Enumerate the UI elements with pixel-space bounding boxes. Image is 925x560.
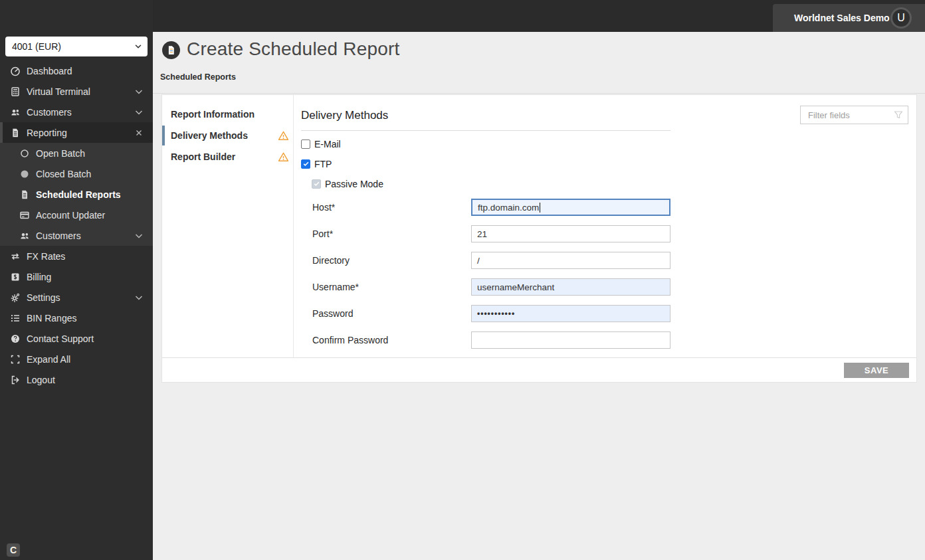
cookie-logo[interactable]: C [7, 543, 20, 557]
sidebar-item-label: Customers [27, 107, 134, 118]
sidebar-item-customers[interactable]: Customers [0, 102, 153, 122]
sidebar: 4001 (EUR) DashboardVirtual TerminalCust… [0, 0, 153, 560]
sidebar-item-dashboard[interactable]: Dashboard [0, 60, 153, 81]
sidebar-item-label: Open Batch [36, 148, 153, 159]
filter-fields-box[interactable] [800, 106, 908, 124]
port-input[interactable]: 21 [471, 225, 670, 242]
bin-ranges-icon [10, 313, 21, 324]
report-step-label: Report Information [171, 109, 255, 120]
contact-support-icon [10, 333, 21, 344]
host-value: ftp.domain.com [478, 203, 539, 213]
customers-icon [10, 107, 21, 118]
port-label: Port* [301, 229, 471, 239]
report-page-icon [162, 41, 180, 59]
section-title: Delivery Methods [301, 106, 388, 122]
sidebar-item-expand-all[interactable]: Expand All [0, 349, 153, 369]
sidebar-item-label: Dashboard [27, 66, 153, 76]
delivery-method-options: E-MailFTPPassive Mode [301, 134, 908, 194]
sidebar-item-label: Billing [27, 272, 153, 282]
sidebar-item-logout[interactable]: Logout [0, 369, 153, 390]
text-caret [540, 203, 540, 213]
report-step-report-information[interactable]: Report Information [162, 104, 293, 125]
sidebar-item-fx-rates[interactable]: FX Rates [0, 246, 153, 266]
chevron-down-icon[interactable] [134, 86, 144, 97]
report-step-label: Delivery Methods [171, 130, 248, 141]
sidebar-item-label: Reporting [27, 128, 134, 138]
field-row-password: Password••••••••••• [301, 300, 908, 327]
scheduled-report-panel: Report InformationDelivery MethodsReport… [161, 94, 917, 383]
close-icon[interactable] [134, 128, 144, 138]
panel-footer: SAVE [162, 358, 916, 382]
fx-rates-icon [10, 251, 21, 262]
header-divider [153, 93, 925, 94]
ftp-checkbox[interactable] [301, 159, 310, 169]
directory-input[interactable]: / [471, 252, 670, 269]
field-row-confirm-password: Confirm Password [301, 327, 908, 353]
username-label: Username* [301, 282, 471, 292]
warning-icon [278, 151, 289, 163]
sidebar-item-customers[interactable]: Customers [0, 225, 153, 246]
host-input[interactable]: ftp.domain.com [471, 199, 670, 216]
sidebar-item-scheduled-reports[interactable]: Scheduled Reports [0, 184, 153, 205]
passive-mode-checkbox-label: Passive Mode [325, 179, 383, 189]
sidebar-item-label: Virtual Terminal [27, 86, 134, 97]
chevron-down-icon[interactable] [134, 292, 144, 303]
password-value: ••••••••••• [477, 309, 515, 318]
expand-all-icon [10, 354, 21, 365]
e-mail-checkbox[interactable] [301, 140, 310, 149]
terminal-select[interactable]: 4001 (EUR) [5, 37, 148, 56]
dashboard-icon [10, 66, 21, 76]
username-input[interactable]: usernameMerchant [471, 278, 670, 296]
sidebar-item-bin-ranges[interactable]: BIN Ranges [0, 308, 153, 328]
confirm-password-input[interactable] [471, 331, 670, 349]
username-value: usernameMerchant [477, 282, 554, 292]
sidebar-item-account-updater[interactable]: Account Updater [0, 205, 153, 225]
sidebar-item-label: FX Rates [27, 251, 153, 262]
report-step-report-builder[interactable]: Report Builder [162, 146, 293, 167]
customers-icon [19, 231, 30, 241]
sidebar-item-closed-batch[interactable]: Closed Batch [0, 163, 153, 184]
avatar[interactable]: U [890, 7, 912, 29]
breadcrumb[interactable]: Scheduled Reports [160, 72, 236, 82]
report-step-label: Report Builder [171, 151, 235, 162]
merchant-name: Worldnet Sales Demo [794, 13, 890, 23]
sidebar-item-contact-support[interactable]: Contact Support [0, 328, 153, 349]
password-input[interactable]: ••••••••••• [471, 305, 670, 322]
closed-batch-icon [19, 169, 30, 179]
user-menu[interactable]: Worldnet Sales Demo U [773, 4, 925, 32]
field-row-port: Port*21 [301, 221, 908, 247]
e-mail-checkbox-label: E-Mail [314, 139, 341, 149]
chevron-down-icon[interactable] [134, 231, 144, 241]
sidebar-item-label: BIN Ranges [27, 313, 153, 324]
section-divider [301, 130, 670, 131]
sidebar-item-label: Contact Support [27, 333, 153, 344]
sidebar-item-virtual-terminal[interactable]: Virtual Terminal [0, 81, 153, 102]
sidebar-item-label: Closed Batch [36, 169, 153, 179]
host-label: Host* [301, 202, 471, 213]
chevron-down-icon[interactable] [134, 107, 144, 118]
sidebar-item-label: Account Updater [36, 210, 153, 221]
directory-value: / [477, 256, 480, 266]
sidebar-item-open-batch[interactable]: Open Batch [0, 143, 153, 163]
page-title: Create Scheduled Report [187, 39, 400, 60]
content-area: Create Scheduled Report Scheduled Report… [153, 32, 925, 560]
settings-icon [10, 292, 21, 303]
report-steps-nav: Report InformationDelivery MethodsReport… [162, 95, 294, 357]
sidebar-item-label: Settings [27, 292, 134, 303]
sidebar-item-reporting[interactable]: Reporting [0, 122, 153, 143]
save-button[interactable]: SAVE [844, 363, 909, 378]
sidebar-item-billing[interactable]: Billing [0, 266, 153, 287]
field-row-host: Host*ftp.domain.com [301, 194, 908, 221]
report-step-delivery-methods[interactable]: Delivery Methods [162, 125, 293, 146]
field-row-directory: Directory/ [301, 247, 908, 274]
open-batch-icon [19, 148, 30, 159]
sidebar-item-settings[interactable]: Settings [0, 287, 153, 308]
filter-fields-input[interactable] [807, 110, 893, 121]
ftp-checkbox-label: FTP [314, 159, 332, 169]
filter-icon [893, 110, 904, 120]
warning-icon [278, 130, 289, 141]
logout-icon [10, 375, 21, 385]
terminal-select-input[interactable]: 4001 (EUR) [5, 37, 148, 56]
sidebar-item-label: Logout [27, 375, 153, 385]
sidebar-item-label: Scheduled Reports [36, 189, 153, 200]
